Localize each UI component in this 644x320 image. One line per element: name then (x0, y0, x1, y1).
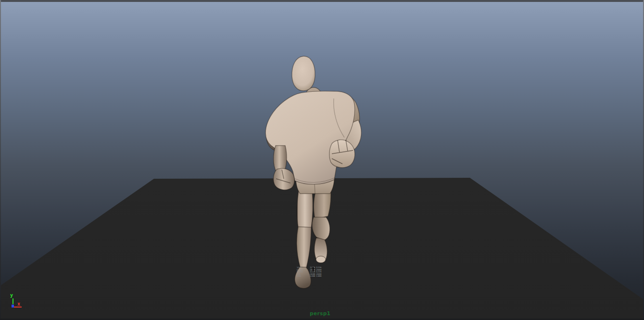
stats-hud-row: UVs:1388 1388 (297, 275, 337, 278)
stats-hud-cursor (313, 267, 314, 271)
character-left-forearm (274, 146, 287, 172)
stats-value: 1388 1388 (310, 275, 321, 277)
y-axis-label: y (10, 293, 13, 298)
stats-hud: Verts:1226 1226 Edges:2448 2448 Faces:12… (297, 267, 337, 278)
character-left-thigh (297, 190, 313, 228)
character-head (292, 56, 315, 91)
x-axis-label: x (17, 301, 20, 307)
window-left-border (0, 0, 1, 320)
stats-label: UVs: (297, 275, 310, 278)
maya-viewport-window: Verts:1226 1226 Edges:2448 2448 Faces:12… (0, 0, 644, 320)
camera-name-label: persp1 (310, 310, 330, 316)
window-top-bar (0, 0, 644, 2)
character-right-toe (316, 256, 326, 263)
x-axis-line (14, 307, 22, 308)
axis-orientation-gizmo: y x (8, 292, 27, 311)
y-axis-line (13, 298, 13, 304)
